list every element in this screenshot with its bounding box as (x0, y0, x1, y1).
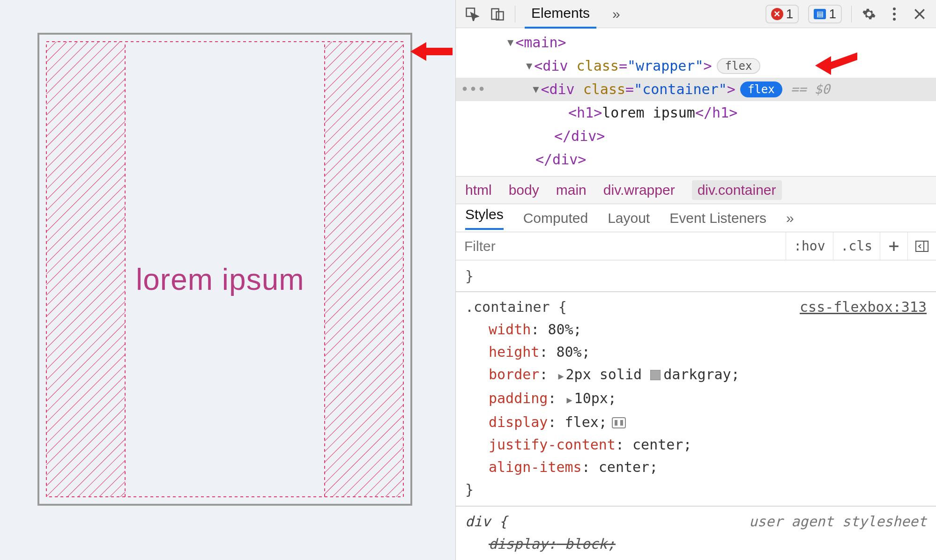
message-icon: ▤ (814, 9, 826, 19)
dom-node-main[interactable]: ▼<main> (479, 31, 936, 54)
svg-point-11 (893, 18, 896, 21)
sidebar-toggle-icon[interactable] (907, 232, 936, 260)
dom-node-h1[interactable]: <h1>lorem ipsum</h1> (479, 101, 936, 125)
dom-node-wrapper-close[interactable]: </div> (479, 148, 936, 171)
css-rule-ua[interactable]: user agent stylesheet div { display: blo… (465, 510, 927, 560)
devtools-toolbar: Elements » ✕ 1 ▤ 1 (456, 0, 936, 28)
dom-node-wrapper[interactable]: ▼<div class="wrapper">flex (479, 54, 936, 78)
crumb-container[interactable]: div.container (692, 180, 782, 200)
svg-point-9 (893, 7, 896, 10)
rule-source-ua: user agent stylesheet (749, 510, 927, 533)
tab-styles[interactable]: Styles (465, 206, 504, 230)
svg-point-10 (893, 13, 896, 15)
svg-rect-16 (916, 241, 928, 251)
styles-filter-bar: :hov .cls (456, 232, 936, 260)
preview-pane: lorem ipsum (0, 0, 455, 560)
dom-tree[interactable]: ▼<main> ▼<div class="wrapper">flex ••• ▼… (456, 28, 936, 176)
close-icon[interactable] (912, 6, 928, 22)
css-rule-container[interactable]: css-flexbox:313 .container { width: 80%;… (465, 296, 927, 501)
tab-computed[interactable]: Computed (523, 210, 588, 226)
preview-heading: lorem ipsum (136, 262, 305, 297)
styles-pane[interactable]: } css-flexbox:313 .container { width: 80… (456, 260, 936, 560)
crumb-main[interactable]: main (556, 182, 587, 198)
svg-rect-8 (497, 12, 504, 20)
tab-event-listeners[interactable]: Event Listeners (669, 210, 766, 226)
dom-node-container-close[interactable]: </div> (479, 125, 936, 148)
annotation-arrow-2 (815, 42, 857, 75)
svg-marker-18 (815, 52, 857, 75)
selected-node-marker: == $0 (791, 78, 830, 101)
tabs-overflow[interactable]: » (786, 210, 794, 226)
tabs-overflow[interactable]: » (606, 0, 627, 28)
styles-filter-input[interactable] (456, 238, 786, 254)
svg-rect-7 (492, 8, 499, 19)
error-count: 1 (786, 7, 794, 22)
hov-toggle[interactable]: :hov (786, 232, 832, 260)
crumb-body[interactable]: body (509, 182, 539, 198)
flex-badge[interactable]: flex (717, 58, 761, 74)
cls-toggle[interactable]: .cls (833, 232, 880, 260)
crumb-html[interactable]: html (465, 182, 492, 198)
settings-icon[interactable] (861, 6, 877, 22)
toolbar-divider (515, 6, 515, 22)
breadcrumb: html body main div.wrapper div.container (456, 176, 936, 204)
flex-badge-active[interactable]: flex (740, 81, 782, 97)
kebab-icon[interactable] (886, 6, 902, 22)
dom-node-container[interactable]: ••• ▼<div class="container">flex== $0 (456, 78, 936, 101)
annotation-arrow-1 (410, 33, 453, 66)
message-count: 1 (829, 7, 836, 22)
tab-elements[interactable]: Elements (525, 0, 596, 29)
crumb-wrapper[interactable]: div.wrapper (603, 182, 675, 198)
ellipsis-icon[interactable]: ••• (461, 78, 486, 101)
tab-layout[interactable]: Layout (608, 210, 650, 226)
error-icon: ✕ (771, 8, 783, 20)
errors-badge[interactable]: ✕ 1 (765, 5, 799, 23)
devtools-panel: Elements » ✕ 1 ▤ 1 ▼<main> (455, 0, 936, 560)
rule-source-link[interactable]: css-flexbox:313 (800, 296, 927, 318)
inspect-icon[interactable] (464, 6, 480, 22)
messages-badge[interactable]: ▤ 1 (808, 5, 842, 23)
color-swatch[interactable] (650, 370, 661, 380)
device-toggle-icon[interactable] (490, 6, 505, 22)
svg-marker-5 (410, 42, 453, 61)
flex-editor-icon[interactable] (612, 417, 626, 428)
new-rule-button[interactable] (880, 232, 907, 260)
toolbar-divider (851, 6, 852, 22)
styles-tabbar: Styles Computed Layout Event Listeners » (456, 204, 936, 232)
